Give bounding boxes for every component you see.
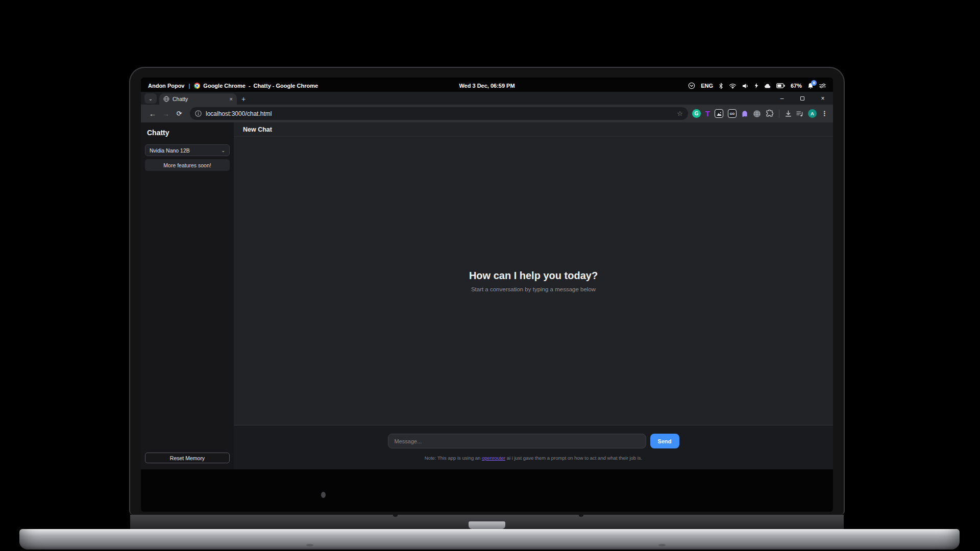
message-input[interactable] xyxy=(388,434,646,448)
power-bolt-icon xyxy=(754,83,758,89)
empty-state-subtitle: Start a conversation by typing a message… xyxy=(471,286,596,292)
minimize-button[interactable]: – xyxy=(772,92,792,105)
chat-main: New Chat How can I help you today? Start… xyxy=(234,122,833,469)
sidebar: Chatty Nvidia Nano 12B ⌄ More features s… xyxy=(141,122,234,469)
app-name: Google Chrome xyxy=(203,83,246,89)
chevron-down-icon: ⌄ xyxy=(221,148,225,153)
quick-settings-icon[interactable] xyxy=(819,83,826,88)
message-input-row: Send xyxy=(234,434,833,448)
model-select-value: Nvidia Nano 12B xyxy=(150,147,190,154)
system-top-bar: Andon Popov | Google Chrome - Chatty - G… xyxy=(141,80,833,92)
footer-note: Note: This app is using an openrouter ai… xyxy=(234,455,833,461)
chat-header: New Chat xyxy=(234,122,833,137)
tab-strip: ⌄ Chatty × + – × xyxy=(141,92,833,105)
model-select[interactable]: Nvidia Nano 12B ⌄ xyxy=(145,144,230,156)
user-name: Andon Popov xyxy=(148,83,185,89)
send-button[interactable]: Send xyxy=(650,434,679,448)
hinge-foot xyxy=(579,513,583,517)
browser-window: Andon Popov | Google Chrome - Chatty - G… xyxy=(141,80,833,469)
wifi-icon[interactable] xyxy=(729,83,737,89)
laptop-screen: Andon Popov | Google Chrome - Chatty - G… xyxy=(141,78,833,512)
openrouter-link[interactable]: openrouter xyxy=(482,455,505,461)
browser-menu-icon[interactable]: ⋮ xyxy=(821,110,828,117)
tab-favicon-globe-icon xyxy=(163,96,169,102)
downloads-icon[interactable] xyxy=(785,110,792,117)
page-content: Chatty Nvidia Nano 12B ⌄ More features s… xyxy=(141,122,833,469)
screen-reflection-dot xyxy=(321,492,326,498)
tab-close-icon[interactable]: × xyxy=(230,96,233,102)
tab-search-button[interactable]: ⌄ xyxy=(144,93,157,104)
base-foot xyxy=(658,544,666,546)
sidebar-spacer xyxy=(145,171,230,453)
new-tab-button[interactable]: + xyxy=(237,93,250,105)
cloud-icon xyxy=(764,84,771,88)
url-text[interactable]: localhost:3000/chat.html xyxy=(206,110,272,117)
globe-extension-icon[interactable] xyxy=(753,110,761,118)
titlebar-separator: | xyxy=(189,83,190,89)
empty-state-title: How can I help you today? xyxy=(469,270,598,282)
app-title: Chatty xyxy=(147,129,230,137)
browser-toolbar: ← → ⟳ localhost:3000/chat.html ☆ G T xyxy=(141,105,833,122)
language-indicator[interactable]: ENG xyxy=(701,83,713,89)
extensions-row: G T GO xyxy=(692,109,828,118)
ghost-extension-icon[interactable] xyxy=(741,110,748,117)
system-tray: ENG xyxy=(688,82,826,89)
restore-icon xyxy=(800,96,804,101)
laptop-base xyxy=(19,529,960,549)
battery-percent: 67% xyxy=(791,83,802,89)
window-title: Chatty - Google Chrome xyxy=(254,83,318,89)
profile-avatar[interactable]: A xyxy=(808,109,817,118)
laptop-bezel: Andon Popov | Google Chrome - Chatty - G… xyxy=(129,67,845,515)
go-extension-icon[interactable]: GO xyxy=(728,109,737,118)
restore-button[interactable] xyxy=(792,92,813,105)
window-controls: – × xyxy=(772,92,833,105)
more-features-button[interactable]: More features soon! xyxy=(145,159,230,171)
forward-button[interactable]: → xyxy=(159,107,173,120)
battery-icon xyxy=(776,83,785,88)
tray-expand-icon[interactable] xyxy=(688,82,695,89)
tab-title: Chatty xyxy=(173,96,227,102)
note-text-before: Note: This app is using an xyxy=(425,455,482,461)
bluetooth-icon[interactable] xyxy=(719,83,723,89)
chat-empty-state: How can I help you today? Start a conver… xyxy=(234,137,833,425)
notification-badge: 6 xyxy=(811,80,817,86)
tampermonkey-extension-icon[interactable]: T xyxy=(705,109,710,118)
title-dash: - xyxy=(249,83,251,89)
address-bar[interactable]: localhost:3000/chat.html ☆ xyxy=(190,107,688,120)
toolbar-divider xyxy=(779,110,779,118)
extensions-puzzle-icon[interactable] xyxy=(766,110,773,117)
notifications[interactable]: 6 xyxy=(807,83,814,89)
volume-icon[interactable] xyxy=(742,83,749,89)
bookmark-star-icon[interactable]: ☆ xyxy=(677,110,683,117)
clock[interactable]: Wed 3 Dec, 06:59 PM xyxy=(459,83,514,89)
back-button[interactable]: ← xyxy=(146,107,159,120)
reload-button[interactable]: ⟳ xyxy=(173,107,186,120)
mountain-icon xyxy=(716,111,722,117)
chat-footer: Send Note: This app is using an openrout… xyxy=(234,425,833,469)
grammarly-extension-icon[interactable]: G xyxy=(692,109,701,118)
image-extension-icon[interactable] xyxy=(715,109,723,118)
reset-memory-button[interactable]: Reset Memory xyxy=(145,453,230,463)
hinge-foot xyxy=(393,513,398,517)
media-controls-icon[interactable] xyxy=(796,111,803,117)
close-button[interactable]: × xyxy=(813,92,833,105)
base-foot xyxy=(306,544,313,546)
chrome-logo-icon xyxy=(194,83,200,89)
tab-chatty[interactable]: Chatty × xyxy=(159,93,237,105)
note-text-after: ai i just gave them a prompt on how to a… xyxy=(505,455,642,461)
site-info-icon[interactable] xyxy=(195,110,202,117)
lid-notch xyxy=(469,521,505,529)
